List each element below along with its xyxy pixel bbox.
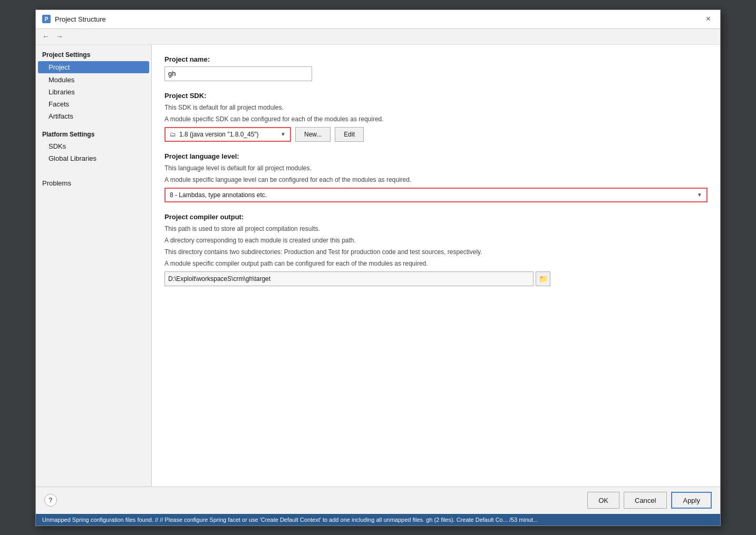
project-compiler-label: Project compiler output: xyxy=(164,213,707,221)
lang-desc2: A module specific language level can be … xyxy=(164,175,707,184)
sidebar-item-project[interactable]: Project xyxy=(38,61,149,73)
sidebar-item-problems[interactable]: Problems xyxy=(36,175,151,189)
sdk-new-button[interactable]: New... xyxy=(295,127,331,142)
sidebar-item-artifacts[interactable]: Artifacts xyxy=(36,110,151,122)
footer: ? OK Cancel Apply xyxy=(36,487,720,514)
project-name-input[interactable] xyxy=(164,66,312,81)
footer-left: ? xyxy=(44,494,57,507)
compiler-output-path-input[interactable] xyxy=(164,271,534,286)
project-language-section: Project language level: This language le… xyxy=(164,152,707,202)
project-structure-dialog: P Project Structure × ← → Project Settin… xyxy=(35,9,721,526)
body: Project Settings Project Modules Librari… xyxy=(36,45,720,487)
sdk-dropdown-arrow-icon: ▼ xyxy=(280,131,286,137)
sdk-dropdown[interactable]: 🗂 1.8 (java version "1.8.0_45") ▼ xyxy=(164,127,291,142)
language-level-value: 8 - Lambdas, type annotations etc. xyxy=(170,191,694,199)
sidebar-item-libraries[interactable]: Libraries xyxy=(36,86,151,98)
compiler-output-folder-button[interactable]: 📁 xyxy=(536,271,550,286)
project-name-section: Project name: xyxy=(164,55,707,81)
sdk-desc2: A module specific SDK can be configured … xyxy=(164,114,707,124)
nav-forward-button[interactable]: → xyxy=(54,31,65,42)
ok-button[interactable]: OK xyxy=(587,492,619,509)
compiler-desc3: This directory contains two subdirectori… xyxy=(164,247,707,257)
sidebar-item-sdks[interactable]: SDKs xyxy=(36,140,151,152)
title-bar: P Project Structure × xyxy=(36,10,720,29)
nav-back-button[interactable]: ← xyxy=(40,31,52,42)
language-level-arrow-icon: ▼ xyxy=(697,192,702,198)
project-name-label: Project name: xyxy=(164,55,707,63)
sdk-controls: 🗂 1.8 (java version "1.8.0_45") ▼ New...… xyxy=(164,127,707,142)
sdk-edit-button[interactable]: Edit xyxy=(335,127,364,142)
status-bar: Unmapped Spring configuration files foun… xyxy=(36,514,720,526)
compiler-desc1: This path is used to store all project c… xyxy=(164,224,707,234)
sidebar-item-modules[interactable]: Modules xyxy=(36,74,151,86)
sidebar-item-facets[interactable]: Facets xyxy=(36,98,151,110)
language-level-dropdown[interactable]: 8 - Lambdas, type annotations etc. ▼ xyxy=(164,188,707,202)
project-language-label: Project language level: xyxy=(164,152,707,160)
dialog-title: Project Structure xyxy=(55,15,106,23)
app-icon: P xyxy=(42,15,51,23)
sdk-desc1: This SDK is default for all project modu… xyxy=(164,103,707,112)
platform-settings-section-label: Platform Settings xyxy=(36,127,151,140)
nav-bar: ← → xyxy=(36,29,720,45)
close-button[interactable]: × xyxy=(703,14,714,24)
main-content: Project name: Project SDK: This SDK is d… xyxy=(152,45,720,487)
sdk-dropdown-value: 1.8 (java version "1.8.0_45") xyxy=(179,131,277,138)
footer-right: OK Cancel Apply xyxy=(587,492,712,509)
project-sdk-label: Project SDK: xyxy=(164,92,707,100)
cancel-button[interactable]: Cancel xyxy=(624,492,667,509)
title-bar-left: P Project Structure xyxy=(42,15,106,23)
project-sdk-section: Project SDK: This SDK is default for all… xyxy=(164,92,707,142)
compiler-output-row: 📁 xyxy=(164,271,707,286)
compiler-desc4: A module specific compiler output path c… xyxy=(164,259,707,268)
lang-desc1: This language level is default for all p… xyxy=(164,163,707,173)
compiler-desc2: A directory corresponding to each module… xyxy=(164,236,707,245)
project-compiler-section: Project compiler output: This path is us… xyxy=(164,213,707,286)
project-settings-section-label: Project Settings xyxy=(36,47,151,61)
sidebar: Project Settings Project Modules Librari… xyxy=(36,45,152,487)
help-button[interactable]: ? xyxy=(44,494,57,507)
apply-button[interactable]: Apply xyxy=(671,492,712,509)
folder-icon: 📁 xyxy=(539,275,548,283)
sdk-folder-icon: 🗂 xyxy=(170,131,176,138)
sidebar-item-global-libraries[interactable]: Global Libraries xyxy=(36,152,151,164)
status-bar-text: Unmapped Spring configuration files foun… xyxy=(42,517,538,523)
